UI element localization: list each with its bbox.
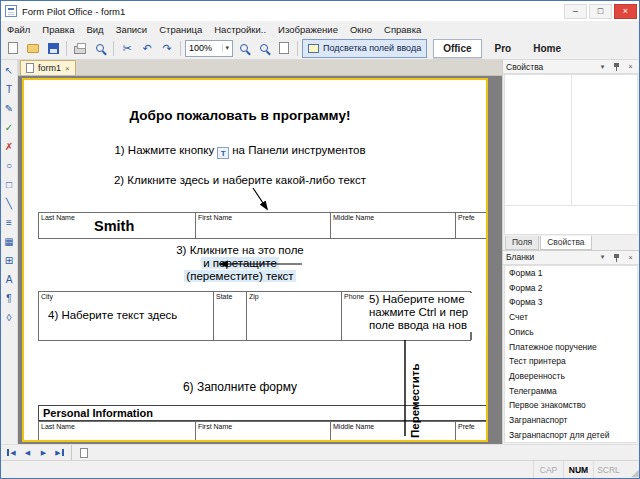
tab-home[interactable]: Home — [524, 39, 570, 58]
highlight-fields-button[interactable]: Подсветка полей ввода — [302, 39, 427, 58]
menu-edit[interactable]: Правка — [36, 21, 80, 37]
ellipse-tool[interactable]: ○ — [2, 158, 17, 172]
pin-icon[interactable] — [611, 61, 622, 72]
text-tool[interactable]: T — [2, 82, 17, 96]
document-tab-form1[interactable]: form1 × — [20, 60, 76, 75]
undo-icon[interactable]: ↶ — [138, 39, 156, 57]
toolbar-separator — [66, 41, 67, 56]
menu-page[interactable]: Страница — [153, 21, 208, 37]
paragraph-tool[interactable]: ¶ — [2, 291, 17, 305]
next-record-button[interactable]: ▶ — [37, 447, 50, 459]
field-last-name-2[interactable]: Last Name — [39, 422, 196, 440]
tab-pro[interactable]: Pro — [486, 39, 521, 58]
select-tool[interactable]: ↖ — [2, 63, 17, 77]
blank-item[interactable]: Платежное поручение — [505, 339, 637, 354]
step3-line2: и перетащите — [24, 257, 456, 269]
menu-records[interactable]: Записи — [110, 21, 154, 37]
properties-grid[interactable] — [504, 74, 638, 235]
step3-line3: (переместите) текст — [24, 270, 456, 282]
first-record-button[interactable]: ◀ — [5, 447, 18, 459]
field-state[interactable]: State — [214, 292, 247, 340]
typed-text-smith[interactable]: Smith — [94, 218, 134, 234]
print-icon[interactable] — [71, 39, 89, 57]
line-tool[interactable]: ╲ — [2, 196, 17, 210]
list-tool[interactable]: ≡ — [2, 215, 17, 229]
field-first-name[interactable]: First Name — [196, 213, 331, 238]
blank-item[interactable]: Первое знакомство — [505, 398, 637, 413]
tab-office[interactable]: Office — [433, 39, 481, 58]
edit-tool[interactable]: ✎ — [2, 101, 17, 115]
step4-text: 4) Наберите текст здесь — [48, 309, 177, 321]
field-zip[interactable]: Zip — [247, 292, 342, 340]
form-page[interactable]: Добро пожаловать в программу! 1) Нажмите… — [24, 80, 486, 440]
app-window: Form Pilot Office - form1 – □ × Файл Пра… — [0, 0, 640, 479]
blank-item[interactable]: Телеграмма — [505, 383, 637, 398]
menu-settings[interactable]: Настройки.. — [208, 21, 272, 37]
tab-fields[interactable]: Поля — [505, 236, 539, 250]
tab-properties[interactable]: Свойства — [540, 236, 591, 250]
highlight-fields-label: Подсветка полей ввода — [323, 43, 421, 53]
blanks-panel: Бланки ▾ × Форма 1 Форма 2 Форма 3 Счет … — [503, 250, 639, 444]
redo-icon[interactable]: ↷ — [158, 39, 176, 57]
image-tool[interactable]: ▦ — [2, 234, 17, 248]
scroll-lock-indicator: SCRL — [593, 461, 623, 478]
menu-view[interactable]: Вид — [80, 21, 109, 37]
save-icon[interactable] — [44, 39, 62, 57]
zoom-in-icon[interactable] — [235, 39, 253, 57]
blank-item[interactable]: Тест принтера — [505, 354, 637, 369]
menu-file[interactable]: Файл — [1, 21, 36, 37]
tab-close-icon[interactable]: × — [65, 64, 70, 73]
menu-image[interactable]: Изображение — [272, 21, 344, 37]
rect-tool[interactable]: □ — [2, 177, 17, 191]
panel-menu-icon[interactable]: ▾ — [597, 252, 608, 263]
table-tool[interactable]: ⊞ — [2, 253, 17, 267]
field-middle-name-2[interactable]: Middle Name — [331, 422, 456, 440]
right-dock: Свойства ▾ × Поля Свойства Бланки ▾ × Фо… — [502, 60, 639, 444]
field-middle-name[interactable]: Middle Name — [331, 213, 456, 238]
field-tool[interactable]: ◊ — [2, 310, 17, 324]
blank-item[interactable]: Счет — [505, 310, 637, 325]
blanks-panel-title: Бланки — [506, 252, 534, 262]
close-button[interactable]: × — [614, 4, 637, 19]
resize-grip-icon[interactable]: ◢ — [623, 461, 639, 478]
prev-record-button[interactable]: ◀ — [21, 447, 34, 459]
cross-tool[interactable]: ✗ — [2, 139, 17, 153]
print-preview-icon[interactable] — [91, 39, 109, 57]
new-document-icon[interactable] — [4, 39, 22, 57]
zoom-select[interactable]: 100% ▾ — [185, 40, 233, 57]
zoom-out-icon[interactable] — [255, 39, 273, 57]
panel-close-icon[interactable]: × — [625, 61, 636, 72]
step2-text: 2) Кликните здесь и наберите какой-либо … — [24, 174, 456, 186]
field-preferred-name-2[interactable]: Prefe — [456, 422, 486, 440]
blank-item[interactable]: Загранпаспорт — [505, 413, 637, 428]
field-preferred-name[interactable]: Prefe — [456, 213, 486, 238]
open-icon[interactable] — [24, 39, 42, 57]
blank-item[interactable]: Загранпаспорт для детей — [505, 427, 637, 442]
properties-tabs: Поля Свойства — [503, 235, 639, 250]
last-record-button[interactable]: ▶ — [53, 447, 66, 459]
tool-palette: ↖ T ✎ ✓ ✗ ○ □ ╲ ≡ ▦ ⊞ A ¶ ◊ — [1, 60, 18, 444]
fit-page-icon[interactable] — [275, 39, 293, 57]
menu-help[interactable]: Справка — [378, 21, 427, 37]
record-navigation-bar: ◀ ◀ ▶ ▶ — [1, 444, 639, 460]
panel-close-icon[interactable]: × — [625, 252, 636, 263]
field-first-name-2[interactable]: First Name — [196, 422, 331, 440]
minimize-button[interactable]: – — [564, 4, 587, 19]
blank-item[interactable]: Доверенность — [505, 369, 637, 384]
blank-item[interactable]: Форма 2 — [505, 280, 637, 295]
blank-item[interactable]: Форма 1 — [505, 266, 637, 281]
panel-menu-icon[interactable]: ▾ — [597, 61, 608, 72]
blanks-list: Форма 1 Форма 2 Форма 3 Счет Опись Плате… — [504, 265, 638, 443]
check-tool[interactable]: ✓ — [2, 120, 17, 134]
menu-window[interactable]: Окно — [344, 21, 378, 37]
cut-icon[interactable]: ✂ — [118, 39, 136, 57]
new-record-button[interactable] — [77, 447, 90, 459]
window-title: Form Pilot Office - form1 — [22, 6, 559, 17]
maximize-button[interactable]: □ — [589, 4, 612, 19]
blank-item[interactable]: Опись — [505, 325, 637, 340]
letter-tool[interactable]: A — [2, 272, 17, 286]
pin-icon[interactable] — [611, 252, 622, 263]
blank-item[interactable]: Форма 3 — [505, 295, 637, 310]
document-icon — [26, 63, 34, 73]
step1-text: 1) Нажмите кнопкуTна Панели инструментов — [24, 144, 456, 159]
